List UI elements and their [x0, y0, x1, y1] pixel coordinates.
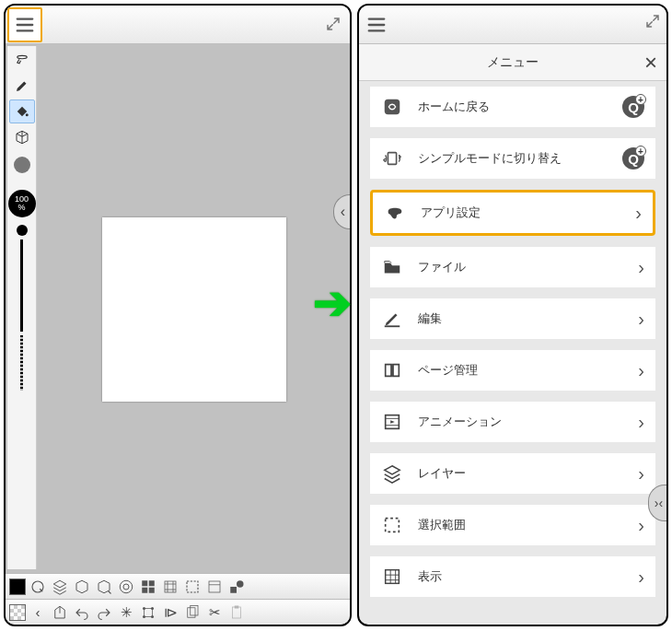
hamburger-icon — [15, 15, 35, 35]
svg-point-17 — [151, 615, 154, 618]
cube-hd-icon[interactable] — [72, 577, 92, 597]
export-icon[interactable] — [50, 602, 70, 623]
menu-item-label: ページ管理 — [418, 362, 623, 379]
chevron-right-icon: › — [638, 567, 644, 588]
menu-item-label: ホームに戻る — [418, 99, 608, 115]
menu-item-simple-mode[interactable]: シンプルモードに切り替え Q+ — [370, 138, 655, 179]
menu-list: ホームに戻る Q+ シンプルモードに切り替え Q+ アプリ設定 › ファイル › — [359, 81, 666, 625]
circlegrid-icon[interactable] — [116, 577, 136, 597]
chevron-right-icon: › — [638, 309, 644, 330]
bottom-toolbar-1 — [6, 573, 350, 599]
expand-icon — [325, 16, 342, 32]
svg-rect-21 — [235, 605, 239, 608]
chevron-right-icon: › — [638, 515, 644, 536]
bottom-toolbar-2: ‹ ✳ ⧐ ✂ — [6, 599, 350, 625]
menu-button-right[interactable] — [365, 13, 388, 37]
editor-titlebar — [6, 6, 350, 44]
svg-point-0 — [25, 113, 28, 116]
expand-icon — [644, 13, 661, 29]
chevron-right-icon: › — [638, 257, 644, 278]
menu-item-edit[interactable]: 編集 › — [370, 298, 655, 339]
paste-icon[interactable] — [226, 602, 247, 623]
foreground-color-swatch[interactable] — [9, 578, 26, 595]
svg-rect-9 — [187, 581, 198, 592]
svg-point-2 — [120, 580, 133, 593]
menu-item-app-settings[interactable]: アプリ設定 › — [370, 190, 655, 236]
side-panel-toggle[interactable]: ‹ — [333, 194, 352, 229]
menu-header: メニュー × — [359, 44, 666, 81]
cube-arrow-icon[interactable] — [94, 577, 114, 597]
menu-item-label: 表示 — [418, 568, 623, 585]
menu-item-label: 編集 — [418, 310, 623, 327]
marquee-icon[interactable] — [182, 577, 203, 597]
menu-item-label: アプリ設定 — [421, 204, 620, 221]
brush-size-preview-icon[interactable] — [14, 157, 30, 173]
cube-tool-icon[interactable] — [9, 125, 35, 149]
hamburger-icon — [366, 15, 387, 35]
loading-icon[interactable]: ✳ — [116, 602, 136, 623]
menu-item-animation[interactable]: アニメーション › — [370, 402, 655, 442]
bucket-tool-icon[interactable] — [9, 99, 35, 123]
pen-tool-icon[interactable] — [9, 74, 35, 98]
chevron-right-icon: › — [635, 203, 642, 224]
svg-rect-10 — [209, 581, 220, 592]
film-icon[interactable] — [160, 577, 180, 597]
canvas[interactable] — [102, 217, 286, 402]
q-icon[interactable] — [28, 577, 48, 597]
chevron-right-icon: › — [638, 463, 644, 485]
layers-icon[interactable] — [50, 577, 70, 597]
svg-rect-18 — [188, 607, 195, 617]
menu-button[interactable] — [7, 7, 42, 42]
pencil-icon — [381, 308, 403, 330]
svg-rect-19 — [191, 605, 198, 615]
film-icon — [381, 411, 403, 433]
menu-item-file[interactable]: ファイル › — [370, 247, 655, 287]
back-icon[interactable]: ‹ — [28, 602, 48, 623]
skip-icon[interactable]: ⧐ — [160, 602, 180, 623]
editor-pane: 100 % ‹ — [4, 4, 352, 626]
menu-item-selection[interactable]: 選択範囲 › — [370, 505, 655, 545]
opacity-badge[interactable]: 100 % — [8, 190, 36, 217]
menu-item-page-manage[interactable]: ページ管理 › — [370, 350, 655, 391]
svg-point-12 — [237, 580, 244, 588]
expand-button[interactable] — [322, 13, 344, 35]
svg-rect-26 — [386, 570, 400, 584]
svg-rect-5 — [149, 580, 155, 586]
transform-icon[interactable] — [138, 602, 158, 623]
layers-icon — [381, 462, 403, 485]
lasso-tool-icon[interactable] — [9, 48, 35, 72]
svg-rect-13 — [145, 608, 153, 616]
grid-icon — [381, 566, 403, 588]
rotate-icon — [381, 147, 403, 169]
quick-add-button[interactable]: Q+ — [622, 147, 644, 169]
app-icon — [384, 202, 406, 224]
close-button[interactable]: × — [644, 50, 657, 76]
menu-item-home[interactable]: ホームに戻る Q+ — [370, 87, 655, 127]
cut-icon[interactable]: ✂ — [204, 602, 225, 623]
quick-add-button[interactable]: Q+ — [622, 96, 644, 118]
menu-item-label: ファイル — [418, 259, 623, 275]
opacity-slider-track-lower[interactable] — [20, 335, 23, 391]
opacity-unit: % — [17, 204, 25, 212]
opacity-slider-knob[interactable] — [17, 225, 28, 236]
undo-icon[interactable] — [72, 602, 92, 623]
transparent-swatch[interactable] — [9, 604, 26, 621]
svg-rect-8 — [165, 581, 176, 592]
svg-point-16 — [143, 615, 145, 618]
menu-title: メニュー — [487, 54, 539, 71]
svg-rect-6 — [142, 587, 147, 592]
expand-button-right[interactable] — [644, 13, 661, 33]
shapes-icon[interactable] — [226, 577, 247, 597]
menu-item-label: アニメーション — [418, 414, 623, 430]
window-icon[interactable] — [204, 577, 225, 597]
folder-icon — [381, 256, 403, 278]
opacity-slider-track[interactable] — [20, 240, 23, 332]
menu-item-layer[interactable]: レイヤー › — [370, 453, 655, 494]
svg-rect-25 — [386, 519, 400, 532]
grid4-icon[interactable] — [138, 577, 158, 597]
book-icon — [381, 359, 403, 381]
redo-icon[interactable] — [94, 602, 114, 623]
menu-item-view[interactable]: 表示 › — [370, 556, 655, 597]
svg-rect-7 — [149, 587, 155, 592]
copy-icon[interactable] — [182, 602, 203, 623]
